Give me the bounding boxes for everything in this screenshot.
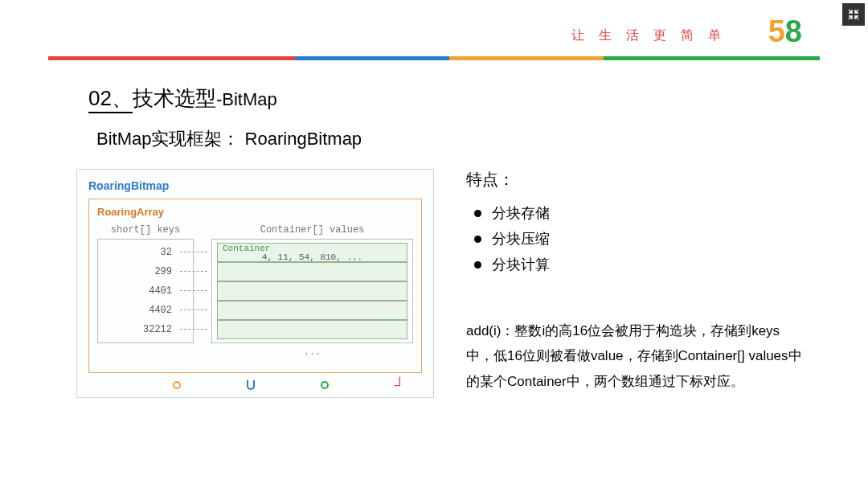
collapse-button[interactable]	[842, 3, 865, 26]
logo-eight: 8	[785, 14, 802, 48]
features-title: 特点：	[466, 169, 804, 191]
key-cell: 32212	[98, 320, 193, 339]
logo-five: 5	[768, 14, 785, 48]
container-cell	[217, 262, 407, 281]
footer-glyph-blue	[247, 380, 255, 390]
right-column: 特点： 分块存储 分块压缩 分块计算 add(i)：整数i的高16位会被用于构造…	[466, 169, 820, 398]
feature-item: 分块计算	[474, 255, 804, 274]
container-values: 4, 11, 54, 810, ...	[223, 252, 402, 262]
container-cell	[217, 281, 407, 301]
footer-decorations: ┘	[173, 380, 405, 390]
description-text: add(i)：整数i的高16位会被用于构造块，存储到keys中，低16位则被看做…	[466, 318, 804, 394]
container-cell: Container 4, 11, 54, 810, ...	[217, 243, 407, 262]
logo-58: 58	[768, 14, 802, 49]
values-array: Container 4, 11, 54, 810, ...	[211, 239, 413, 343]
slide-page: 让生活更简单 58 02、技术选型-BitMap BitMap实现框架： Roa…	[48, 0, 820, 398]
values-col-label: Container[] values	[211, 224, 413, 236]
key-cell: 4402	[98, 301, 193, 320]
footer-glyph-red: ┘	[395, 381, 405, 389]
key-cell: 299	[98, 262, 193, 281]
feature-item: 分块压缩	[474, 229, 804, 248]
slide-title: 02、技术选型-BitMap	[48, 84, 820, 113]
content-row: RoaringBitmap RoaringArray short[] keys …	[48, 169, 820, 398]
footer-dot-green	[321, 381, 329, 389]
diagram-outer-label: RoaringBitmap	[88, 179, 422, 192]
keys-array: 32 299 4401 4402 32212	[97, 239, 194, 343]
footer-dot-orange	[173, 381, 181, 389]
roaringbitmap-diagram: RoaringBitmap RoaringArray short[] keys …	[76, 169, 434, 398]
title-number: 02、	[88, 86, 133, 113]
values-ellipsis: ...	[211, 343, 413, 358]
slide-header: 让生活更简单 58	[48, 0, 820, 56]
feature-item: 分块存储	[474, 203, 804, 223]
topbar-red	[48, 56, 295, 60]
key-cell: 32	[98, 243, 193, 262]
key-cell: 4401	[98, 281, 193, 301]
collapse-icon	[848, 9, 859, 20]
container-cell	[217, 320, 407, 339]
slide-subtitle: BitMap实现框架： RoaringBitmap	[48, 127, 820, 151]
features-list: 分块存储 分块压缩 分块计算	[474, 203, 804, 274]
roaringarray-box: RoaringArray short[] keys 32 299 4401 44…	[88, 199, 422, 373]
container-cell	[217, 301, 407, 320]
container-type-label: Container	[223, 244, 402, 252]
tagline-text: 让生活更简单	[571, 27, 735, 44]
title-main: 技术选型	[133, 86, 216, 110]
color-topbar	[48, 56, 820, 60]
topbar-blue	[295, 56, 449, 60]
topbar-green	[604, 56, 820, 60]
title-sub: -BitMap	[216, 89, 277, 109]
diagram-inner-label: RoaringArray	[97, 206, 413, 218]
keys-col-label: short[] keys	[97, 224, 194, 236]
topbar-orange	[449, 56, 604, 60]
